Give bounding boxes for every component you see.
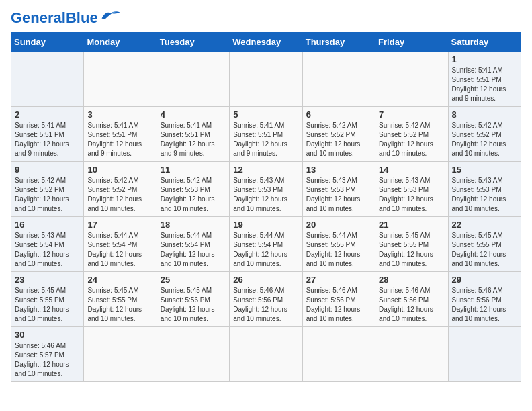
- day-cell: 25Sunrise: 5:45 AM Sunset: 5:56 PM Dayli…: [157, 272, 229, 327]
- day-cell: 29Sunrise: 5:46 AM Sunset: 5:56 PM Dayli…: [448, 272, 521, 327]
- day-info: Sunrise: 5:43 AM Sunset: 5:53 PM Dayligh…: [306, 176, 371, 214]
- day-info: Sunrise: 5:43 AM Sunset: 5:53 PM Dayligh…: [452, 176, 517, 214]
- day-number: 16: [15, 220, 80, 230]
- logo-text: GeneralBlue: [11, 11, 98, 26]
- day-info: Sunrise: 5:44 AM Sunset: 5:54 PM Dayligh…: [161, 231, 226, 269]
- day-number: 24: [87, 275, 152, 285]
- day-number: 10: [87, 165, 152, 175]
- day-info: Sunrise: 5:44 AM Sunset: 5:55 PM Dayligh…: [306, 231, 371, 269]
- day-cell: 16Sunrise: 5:43 AM Sunset: 5:54 PM Dayli…: [11, 217, 84, 272]
- day-cell: 1Sunrise: 5:41 AM Sunset: 5:51 PM Daylig…: [448, 52, 521, 107]
- day-info: Sunrise: 5:41 AM Sunset: 5:51 PM Dayligh…: [233, 121, 298, 158]
- week-row-2: 2Sunrise: 5:41 AM Sunset: 5:51 PM Daylig…: [11, 107, 521, 162]
- day-cell: [230, 327, 302, 382]
- week-row-1: 1Sunrise: 5:41 AM Sunset: 5:51 PM Daylig…: [11, 52, 521, 107]
- day-cell: [375, 52, 448, 107]
- day-cell: [302, 52, 375, 107]
- day-number: 21: [379, 220, 444, 230]
- day-cell: 28Sunrise: 5:46 AM Sunset: 5:56 PM Dayli…: [375, 272, 448, 327]
- week-row-6: 30Sunrise: 5:46 AM Sunset: 5:57 PM Dayli…: [11, 327, 521, 382]
- column-header-tuesday: Tuesday: [157, 33, 229, 52]
- day-info: Sunrise: 5:45 AM Sunset: 5:56 PM Dayligh…: [161, 286, 226, 324]
- day-info: Sunrise: 5:44 AM Sunset: 5:54 PM Dayligh…: [87, 231, 152, 269]
- day-info: Sunrise: 5:41 AM Sunset: 5:51 PM Dayligh…: [161, 121, 226, 158]
- day-number: 30: [15, 330, 80, 340]
- day-info: Sunrise: 5:45 AM Sunset: 5:55 PM Dayligh…: [379, 231, 444, 269]
- day-number: 8: [452, 109, 517, 120]
- day-number: 29: [452, 275, 517, 285]
- day-cell: [230, 52, 302, 107]
- day-cell: 5Sunrise: 5:41 AM Sunset: 5:51 PM Daylig…: [230, 107, 302, 162]
- day-info: Sunrise: 5:42 AM Sunset: 5:52 PM Dayligh…: [15, 176, 80, 214]
- day-number: 2: [15, 109, 80, 120]
- column-header-monday: Monday: [84, 33, 157, 52]
- day-number: 4: [161, 109, 226, 120]
- day-info: Sunrise: 5:42 AM Sunset: 5:52 PM Dayligh…: [379, 121, 444, 158]
- day-number: 23: [15, 275, 80, 285]
- day-number: 28: [379, 275, 444, 285]
- day-info: Sunrise: 5:46 AM Sunset: 5:56 PM Dayligh…: [379, 286, 444, 324]
- calendar-header-row: SundayMondayTuesdayWednesdayThursdayFrid…: [11, 33, 521, 52]
- day-info: Sunrise: 5:42 AM Sunset: 5:52 PM Dayligh…: [452, 121, 517, 158]
- day-cell: 21Sunrise: 5:45 AM Sunset: 5:55 PM Dayli…: [375, 217, 448, 272]
- day-cell: [84, 327, 157, 382]
- day-number: 7: [379, 109, 444, 120]
- day-info: Sunrise: 5:44 AM Sunset: 5:54 PM Dayligh…: [233, 231, 298, 269]
- day-cell: 19Sunrise: 5:44 AM Sunset: 5:54 PM Dayli…: [230, 217, 302, 272]
- day-number: 3: [87, 109, 152, 120]
- day-cell: 3Sunrise: 5:41 AM Sunset: 5:51 PM Daylig…: [84, 107, 157, 162]
- day-cell: 2Sunrise: 5:41 AM Sunset: 5:51 PM Daylig…: [11, 107, 84, 162]
- day-cell: [157, 327, 229, 382]
- day-number: 22: [452, 220, 517, 230]
- day-number: 17: [87, 220, 152, 230]
- day-cell: [84, 52, 157, 107]
- day-cell: 27Sunrise: 5:46 AM Sunset: 5:56 PM Dayli…: [302, 272, 375, 327]
- week-row-5: 23Sunrise: 5:45 AM Sunset: 5:55 PM Dayli…: [11, 272, 521, 327]
- logo-blue: Blue: [66, 9, 98, 26]
- day-number: 25: [161, 275, 226, 285]
- day-cell: 15Sunrise: 5:43 AM Sunset: 5:53 PM Dayli…: [448, 162, 521, 217]
- day-number: 9: [15, 165, 80, 175]
- day-cell: 30Sunrise: 5:46 AM Sunset: 5:57 PM Dayli…: [11, 327, 84, 382]
- day-number: 18: [161, 220, 226, 230]
- day-cell: [448, 327, 521, 382]
- day-cell: 6Sunrise: 5:42 AM Sunset: 5:52 PM Daylig…: [302, 107, 375, 162]
- day-cell: 7Sunrise: 5:42 AM Sunset: 5:52 PM Daylig…: [375, 107, 448, 162]
- week-row-3: 9Sunrise: 5:42 AM Sunset: 5:52 PM Daylig…: [11, 162, 521, 217]
- day-info: Sunrise: 5:46 AM Sunset: 5:56 PM Dayligh…: [233, 286, 298, 324]
- day-cell: 26Sunrise: 5:46 AM Sunset: 5:56 PM Dayli…: [230, 272, 302, 327]
- day-cell: 8Sunrise: 5:42 AM Sunset: 5:52 PM Daylig…: [448, 107, 521, 162]
- day-cell: 24Sunrise: 5:45 AM Sunset: 5:55 PM Dayli…: [84, 272, 157, 327]
- day-info: Sunrise: 5:45 AM Sunset: 5:55 PM Dayligh…: [87, 286, 152, 324]
- day-cell: [302, 327, 375, 382]
- day-number: 19: [233, 220, 298, 230]
- day-info: Sunrise: 5:46 AM Sunset: 5:57 PM Dayligh…: [15, 341, 80, 379]
- column-header-saturday: Saturday: [448, 33, 521, 52]
- day-info: Sunrise: 5:43 AM Sunset: 5:53 PM Dayligh…: [233, 176, 298, 214]
- day-cell: 12Sunrise: 5:43 AM Sunset: 5:53 PM Dayli…: [230, 162, 302, 217]
- day-cell: 23Sunrise: 5:45 AM Sunset: 5:55 PM Dayli…: [11, 272, 84, 327]
- day-number: 5: [233, 109, 298, 120]
- day-cell: 10Sunrise: 5:42 AM Sunset: 5:52 PM Dayli…: [84, 162, 157, 217]
- calendar: SundayMondayTuesdayWednesdayThursdayFrid…: [11, 32, 521, 382]
- day-number: 1: [452, 54, 517, 64]
- day-cell: 4Sunrise: 5:41 AM Sunset: 5:51 PM Daylig…: [157, 107, 229, 162]
- column-header-thursday: Thursday: [302, 33, 375, 52]
- day-info: Sunrise: 5:42 AM Sunset: 5:52 PM Dayligh…: [306, 121, 371, 158]
- day-cell: 14Sunrise: 5:43 AM Sunset: 5:53 PM Dayli…: [375, 162, 448, 217]
- day-number: 12: [233, 165, 298, 175]
- day-info: Sunrise: 5:46 AM Sunset: 5:56 PM Dayligh…: [452, 286, 517, 324]
- day-cell: 9Sunrise: 5:42 AM Sunset: 5:52 PM Daylig…: [11, 162, 84, 217]
- day-info: Sunrise: 5:46 AM Sunset: 5:56 PM Dayligh…: [306, 286, 371, 324]
- week-row-4: 16Sunrise: 5:43 AM Sunset: 5:54 PM Dayli…: [11, 217, 521, 272]
- day-cell: 20Sunrise: 5:44 AM Sunset: 5:55 PM Dayli…: [302, 217, 375, 272]
- day-cell: [157, 52, 229, 107]
- day-cell: [11, 52, 84, 107]
- day-info: Sunrise: 5:41 AM Sunset: 5:51 PM Dayligh…: [15, 121, 80, 158]
- day-info: Sunrise: 5:41 AM Sunset: 5:51 PM Dayligh…: [87, 121, 152, 158]
- column-header-sunday: Sunday: [11, 33, 84, 52]
- day-info: Sunrise: 5:41 AM Sunset: 5:51 PM Dayligh…: [452, 66, 517, 103]
- column-header-friday: Friday: [375, 33, 448, 52]
- day-cell: 11Sunrise: 5:42 AM Sunset: 5:53 PM Dayli…: [157, 162, 229, 217]
- day-number: 6: [306, 109, 371, 120]
